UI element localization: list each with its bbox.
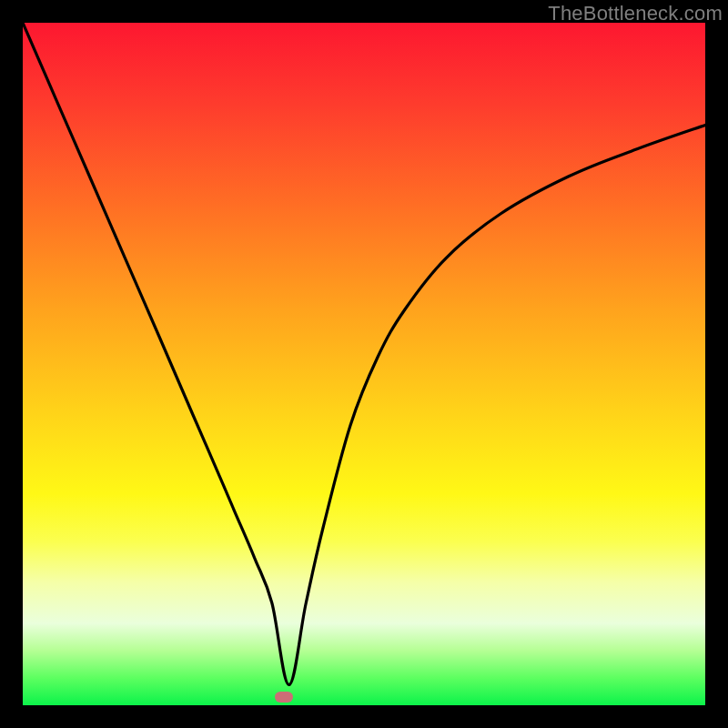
chart-frame: TheBottleneck.com: [0, 0, 728, 728]
bottleneck-curve-path: [23, 23, 705, 685]
curve-svg: [23, 23, 705, 705]
optimal-point-marker: [275, 692, 293, 703]
plot-area: [23, 23, 705, 705]
